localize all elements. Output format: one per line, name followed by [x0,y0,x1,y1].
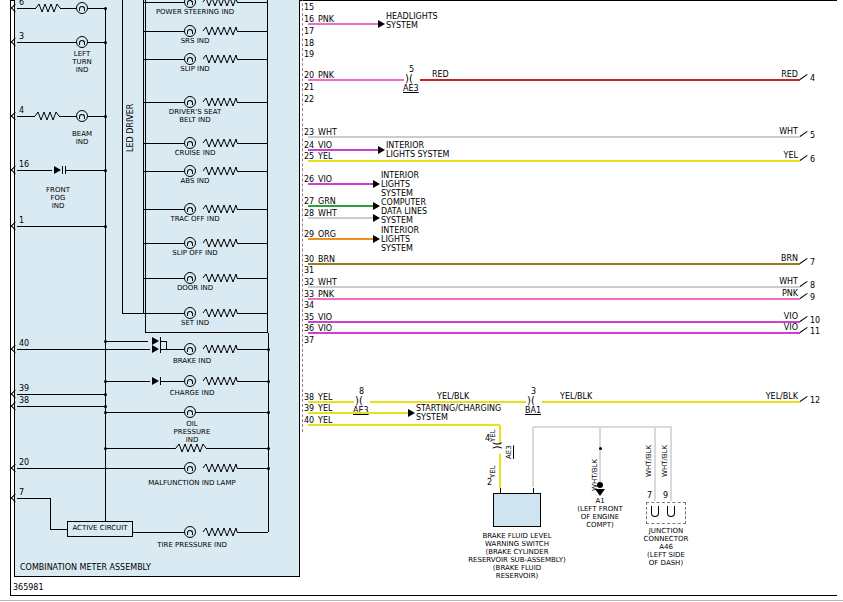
indicator-label: TIRE PRESSURE IND [142,541,242,549]
wire-line [17,42,76,43]
junction-dot [267,447,270,450]
ground-dot-icon [597,482,603,488]
connector-pin-number: 22 [304,95,314,104]
wire-WHT [308,286,800,288]
edge-hook [800,155,808,161]
wire-line [50,529,67,530]
resistor-icon [203,273,237,283]
junction-dot [267,380,270,383]
wire-WHT/BLK [654,427,656,501]
resistor-icon [36,3,60,13]
led-indicator-label: ABS IND [135,177,255,185]
wire-line [268,333,269,532]
junction-dot [104,447,107,450]
wire-color-label: YEL [489,460,497,478]
resistor-icon [176,443,206,453]
led-indicator-lamp-icon [184,272,196,284]
wire-VIO [308,149,378,151]
system-arrow-icon [373,214,380,222]
assembly-label: COMBINATION METER ASSEMBLY [20,563,151,572]
diode-icon [152,337,159,345]
led-indicator-lamp-icon [184,307,196,319]
resistor-icon [203,54,237,64]
led-indicator-lamp-icon [184,96,196,108]
resistor-icon [203,376,237,386]
wire-line [144,313,184,314]
active-circuit-label: ACTIVE CIRCUIT [67,521,133,536]
edge-circuit-number: 6 [810,155,815,164]
wire-line [161,381,184,382]
left-indicator-label: LEFT TURN IND [62,50,102,74]
led-indicator-lamp-icon [184,53,196,65]
wire-VIO [308,183,373,185]
inline-connector-name: AE3 [505,437,513,459]
led-indicator-label: SRS IND [135,37,255,45]
wire-PNK [308,79,404,81]
resistor-icon [203,0,237,7]
lamp-filament [187,141,193,146]
connector-pin-number: 15 [304,3,314,12]
edge-hook [800,74,808,80]
ground-label: A1 (LEFT FRONT OF ENGINE COMPT) [570,497,630,529]
switch-label: BRAKE FLUID LEVEL WARNING SWITCH (BRAKE … [462,532,572,580]
junction-pin-number: 7 [647,491,652,500]
led-indicator-lamp-icon [184,25,196,37]
resistor-icon [203,527,237,537]
edge-hook [800,316,808,322]
junction-dot [267,348,270,351]
junction-dot [267,467,270,470]
meter-pin-number: 38 [19,396,29,405]
wire-YEL/BLK [370,401,526,403]
inline-connector-pin: 8 [359,387,364,396]
edge-circuit-number: 11 [810,327,820,336]
switch-pin [533,488,534,493]
lamp-filament [79,114,85,119]
wire-BRN [308,263,800,265]
junction-dot [104,7,107,10]
junction-pin-number: 9 [663,491,668,500]
wire-line [237,313,267,314]
lamp-filament [187,100,193,105]
lamp-filament [187,347,193,352]
wire-VIO [308,332,800,334]
connector-pin-number: 34 [304,301,314,310]
edge-hook [800,281,808,287]
wire-line [17,170,52,171]
led-indicator-label: SLIP OFF IND [135,249,255,257]
wire-line [17,406,105,407]
lamp-filament [187,207,193,212]
ground-arrow-icon [595,489,605,496]
wire-GRN [308,205,373,207]
led-indicator-label: DOOR IND [135,284,255,292]
lamp-filament [79,6,85,11]
wire-line [105,381,150,382]
connector-pin-number: 19 [304,50,314,59]
connector-bracket [302,0,303,432]
edge-circuit-number: 9 [810,293,815,302]
wire-PNK [308,298,800,300]
led-indicator-label: SLIP IND [135,65,255,73]
diode-icon [54,166,61,174]
meter-pin-number: 20 [19,458,29,467]
wire-PNK [308,23,378,25]
wire-WHT/BLK [532,427,534,487]
junction-dot [267,411,270,414]
wire-line [237,243,267,244]
wire-line [237,102,267,103]
lamp-filament [187,57,193,62]
lamp-filament [187,0,193,5]
lamp-filament [187,410,193,415]
led-indicator-label: CRUISE IND [135,149,255,157]
lamp-filament [187,466,193,471]
resistor-icon [35,111,59,121]
led-indicator-label: TRAC OFF IND [135,215,255,223]
wire-line [166,341,167,349]
edge-circuit-number: 12 [810,396,820,405]
resistor-icon [203,204,237,214]
wire-line [105,341,148,342]
indicator-lamp-icon [76,2,88,14]
wire-color-label: YEL/BLK [758,392,798,401]
wire-line [196,412,268,413]
wire-line [237,209,267,210]
system-arrow-icon [373,202,380,210]
